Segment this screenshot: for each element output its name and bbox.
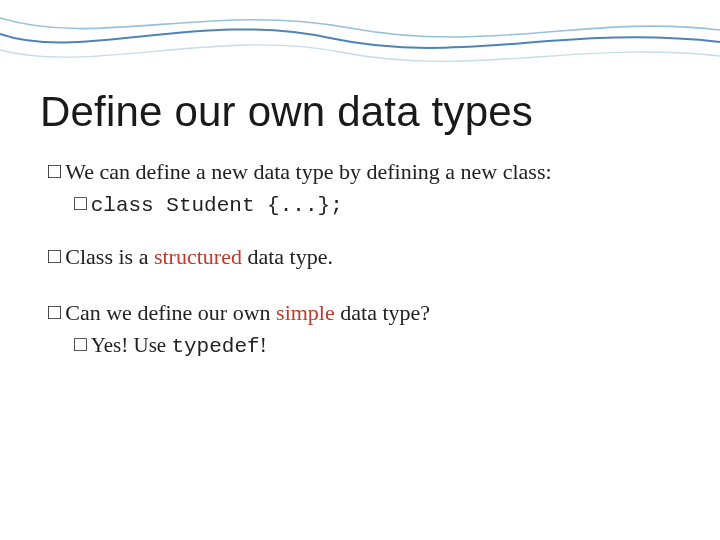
bullet-class-code: □class Student {...}; (74, 192, 680, 217)
highlight-text: simple (276, 300, 335, 325)
text: Can we define our own (65, 300, 276, 325)
text: ! (260, 333, 267, 357)
text: data type. (242, 244, 333, 269)
text: data type? (335, 300, 430, 325)
square-bullet-icon: □ (48, 157, 61, 185)
text: We can define a new data type by definin… (65, 159, 551, 184)
square-bullet-icon: □ (48, 298, 61, 326)
bullet-simple-question: □Can we define our own simple data type? (48, 299, 680, 327)
bullet-structured: □Class is a structured data type. (48, 243, 680, 271)
slide-title: Define our own data types (40, 88, 680, 136)
square-bullet-icon: □ (74, 332, 87, 356)
text: Yes! Use (91, 333, 172, 357)
code-text: typedef (171, 335, 259, 358)
text: Class is a (65, 244, 154, 269)
square-bullet-icon: □ (74, 191, 87, 215)
slide-body: Define our own data types □We can define… (0, 0, 720, 382)
highlight-text: structured (154, 244, 242, 269)
code-text: class Student {...}; (91, 194, 343, 217)
square-bullet-icon: □ (48, 242, 61, 270)
bullet-define-class: □We can define a new data type by defini… (48, 158, 680, 186)
bullet-typedef-answer: □Yes! Use typedef! (74, 333, 680, 358)
